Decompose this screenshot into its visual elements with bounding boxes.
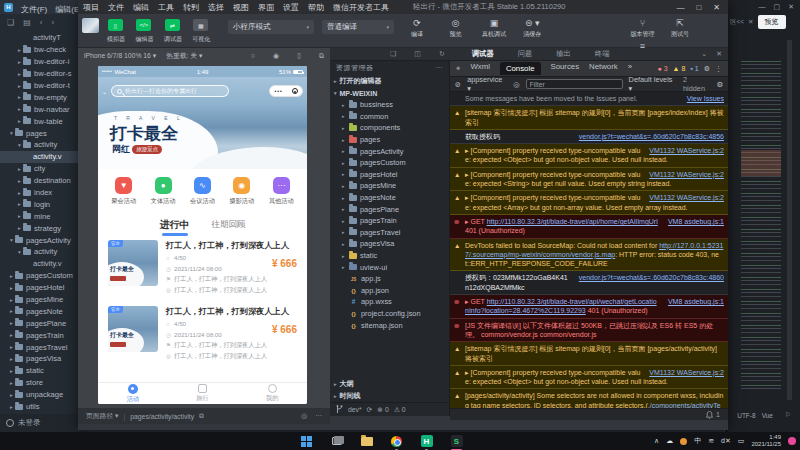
device-selector[interactable]: iPhone 6/7/8 100% 16 ▾ [84, 52, 156, 60]
file-tree-item[interactable]: ▸ pagesMine [0, 294, 88, 306]
file-tree-item[interactable]: ▸ pagesTrain [0, 329, 88, 341]
mode-button[interactable]: ▯ 模拟器 [104, 14, 128, 44]
explorer-tree-item[interactable]: ▸ pagesVisa [330, 238, 449, 250]
filter-input[interactable] [526, 79, 623, 89]
devtools-menu-item[interactable]: 界面 [258, 2, 274, 13]
file-tree-item[interactable]: ▸ pagesCustom [0, 270, 88, 282]
collapse-label[interactable]: 区<< [730, 18, 744, 27]
error-count[interactable]: ⊗ 0 [377, 406, 388, 414]
file-tree-item[interactable]: ▸ store [0, 377, 88, 389]
file-tree-item[interactable]: ▸ bw-navbar [0, 103, 88, 115]
login-status[interactable]: 未登录 [18, 418, 41, 428]
devtools-tab[interactable]: Wxml [470, 62, 490, 75]
project-root-section[interactable]: ▾ MP-WEIXIN [330, 87, 449, 99]
file-tree-item[interactable]: ▸ bw-empty [0, 91, 88, 103]
explorer-tree-item[interactable]: sitemap.json [330, 319, 449, 331]
sync-icon[interactable]: ⟳ [367, 406, 373, 414]
wechat-devtools-button[interactable]: S [450, 435, 463, 448]
console-message[interactable]: [pages/activity/activity] Some selectors… [450, 389, 728, 408]
explorer-tree-item[interactable]: ▸ pagesHotel [330, 169, 449, 181]
minimize-icon[interactable]: — [676, 3, 684, 12]
mode-button-icon[interactable]: ▯ [108, 19, 123, 31]
toolbar-action-button[interactable]: ◎ 预览 [438, 17, 472, 39]
explorer-tree-item[interactable]: app.wxss [330, 296, 449, 308]
mode-button-icon[interactable]: ⇄ [165, 19, 180, 31]
console-message[interactable]: VM1132 WAService.js:2 ▸ [Component] prop… [450, 144, 728, 168]
file-tree-item[interactable]: ▸ pagesVisa [0, 353, 88, 365]
toolbar-right-button[interactable]: ⇱ 测试号 [663, 17, 696, 39]
devtools-menu-item[interactable]: 编辑 [133, 2, 149, 13]
warning-badge[interactable]: ▲ 8 [673, 65, 686, 72]
source-link[interactable]: VM1132 WAService.js:2 [649, 170, 724, 179]
explorer-tree-item[interactable]: ▸ pagesNote [330, 192, 449, 204]
mode-button[interactable]: ⇄ 调试器 [161, 14, 185, 44]
file-tree-item[interactable]: ▾ activity [0, 139, 88, 151]
devtools-menu-item[interactable]: 帮助 [308, 2, 324, 13]
tabbar-item[interactable]: 我的 [237, 383, 307, 404]
devtools-tab[interactable]: » [628, 62, 632, 75]
explorer-tree-item[interactable]: ▸ components [330, 122, 449, 134]
devtools-menu-item[interactable]: 项目 [83, 2, 99, 13]
kebab-menu-icon[interactable]: ⋮ [715, 65, 722, 73]
tabbar-item[interactable]: 旅行 [168, 383, 238, 404]
notification-badge[interactable] [788, 437, 796, 445]
file-tree-item[interactable]: ▸ pagesNote [0, 305, 88, 317]
console-message[interactable]: vendor.js?t=wechat&s=.60d620c7b8c83c:486… [450, 271, 728, 295]
panel-tab[interactable]: 问题 [518, 49, 533, 59]
file-tree-item[interactable]: ▸ mine [0, 210, 88, 222]
file-tree-item[interactable]: activityT [0, 32, 88, 44]
devtools-menu-item[interactable]: 微信开发者工具 [333, 2, 389, 13]
source-link[interactable]: VM1132 WAService.js:2 [649, 368, 724, 377]
file-tree-item[interactable]: activity.v [0, 258, 88, 270]
tab-ongoing[interactable]: 进行中 [160, 218, 190, 232]
task-view-button[interactable] [330, 435, 343, 448]
panelbar-icon[interactable]: ◫ [414, 50, 421, 58]
collapsed-section[interactable]: ▸ 大纲 [330, 378, 450, 390]
open-editors-section[interactable]: ▸ 打开的编辑器 [330, 75, 449, 87]
explorer-tree-item[interactable]: ▸ uview-ui [330, 261, 449, 273]
clock[interactable]: 1:49 2021/11/25 [751, 434, 781, 448]
chrome-button[interactable] [390, 435, 403, 448]
category-item[interactable]: ▼ 聚会活动 [107, 177, 141, 206]
simulator-bar-icon[interactable]: ⧉ [319, 52, 324, 60]
source-link[interactable]: vendor.js?t=wechat&s=.60d620c7b8c83c:485… [579, 132, 724, 141]
file-tree-item[interactable]: ▸ static [0, 365, 88, 377]
file-tree-item[interactable]: ▸ login [0, 198, 88, 210]
branch-name[interactable]: dev* [348, 406, 362, 413]
category-item[interactable]: ∿ 会议活动 [185, 177, 219, 206]
collapsed-section[interactable]: ▸ 时间线 [330, 390, 450, 402]
file-tree-item[interactable]: ▸ bw-check [0, 44, 88, 56]
file-tree-item[interactable]: ▸ bw-editor-s [0, 68, 88, 80]
editor-scrollbar[interactable] [787, 40, 792, 400]
notification-bell-icon[interactable] [706, 411, 713, 419]
file-tree-item[interactable]: ▾ activity [0, 246, 88, 258]
console-message[interactable]: VM1132 WAService.js:2 ▸ [Component] prop… [450, 168, 728, 192]
wifi-icon[interactable]: ≋ [708, 437, 714, 445]
explorer-tree-item[interactable]: ▸ pagesCustom [330, 157, 449, 169]
devtools-menu-item[interactable]: 视图 [233, 2, 249, 13]
mode-dropdown[interactable]: 小程序模式▾ [228, 20, 314, 34]
file-tree-item[interactable]: ▸ strategy [0, 222, 88, 234]
mode-button-icon[interactable]: ▦ [193, 19, 208, 31]
status-item[interactable]: UTF-8 [737, 412, 755, 419]
explorer-tree-item[interactable]: ▸ pagesMine [330, 180, 449, 192]
file-tree-item[interactable]: ▸ pagesPlane [0, 317, 88, 329]
explorer-tree-item[interactable]: ▸ bussiness [330, 99, 449, 111]
cloud-icon[interactable]: ☁ [666, 437, 673, 445]
source-link[interactable]: VM8 asdebug.js:1 [668, 217, 724, 226]
source-link[interactable]: View Issues [687, 94, 724, 103]
hbx-menu-item[interactable]: 文件(F) [21, 5, 47, 14]
console-message[interactable]: [sitemap 索引情况提示] 根据 sitemap 的规则[0]，当前页面 … [450, 106, 728, 130]
category-item[interactable]: ◉ 摄影活动 [225, 177, 259, 206]
bell-icon[interactable]: ⚐ [785, 411, 791, 419]
file-tree-item[interactable]: ▸ bw-editor-t [0, 80, 88, 92]
source-link[interactable]: VM1132 WAService.js:2 [649, 193, 724, 202]
info-badge[interactable]: ▪ 1 [690, 65, 698, 72]
devtools-menu-item[interactable]: 工具 [158, 2, 174, 13]
explorer-tree-item[interactable]: ▸ static [330, 250, 449, 262]
settings-gear-icon[interactable]: ⚙ [704, 65, 710, 73]
panel-tab[interactable]: 终端 [595, 49, 610, 59]
simulator-bar-icon[interactable]: ▯ [297, 52, 301, 60]
close-icon[interactable]: ✕ [788, 3, 794, 11]
explorer-tree-item[interactable]: project.config.json [330, 308, 449, 320]
